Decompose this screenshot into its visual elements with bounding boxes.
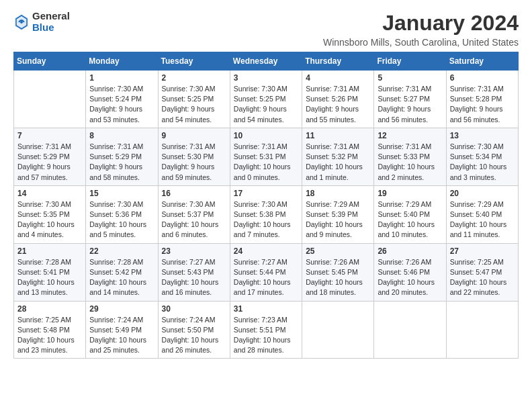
day-number: 21	[17, 246, 82, 256]
logo-blue-text: Blue	[32, 22, 70, 34]
day-info: Sunrise: 7:29 AMSunset: 5:40 PMDaylight:…	[378, 199, 442, 240]
day-info: Sunrise: 7:31 AMSunset: 5:32 PMDaylight:…	[306, 142, 370, 183]
day-number: 16	[162, 189, 226, 198]
logo-general-text: General	[32, 11, 70, 22]
calendar-cell: 6Sunrise: 7:31 AMSunset: 5:28 PMDaylight…	[446, 71, 518, 128]
day-number: 12	[378, 131, 442, 140]
calendar-cell: 7Sunrise: 7:31 AMSunset: 5:29 PMDaylight…	[14, 128, 86, 185]
calendar-cell: 21Sunrise: 7:28 AMSunset: 5:41 PMDayligh…	[14, 243, 86, 301]
day-info: Sunrise: 7:26 AMSunset: 5:45 PMDaylight:…	[306, 257, 370, 298]
header-day-thursday: Thursday	[302, 52, 374, 71]
calendar-cell: 15Sunrise: 7:30 AMSunset: 5:36 PMDayligh…	[86, 185, 158, 243]
day-number: 6	[450, 73, 515, 83]
day-info: Sunrise: 7:26 AMSunset: 5:46 PMDaylight:…	[378, 257, 442, 298]
day-number: 4	[306, 73, 370, 83]
day-info: Sunrise: 7:30 AMSunset: 5:24 PMDaylight:…	[89, 84, 154, 125]
day-number: 9	[162, 131, 226, 140]
day-info: Sunrise: 7:31 AMSunset: 5:30 PMDaylight:…	[162, 142, 226, 183]
calendar-cell: 31Sunrise: 7:23 AMSunset: 5:51 PMDayligh…	[230, 301, 302, 359]
week-row-4: 21Sunrise: 7:28 AMSunset: 5:41 PMDayligh…	[14, 243, 519, 301]
calendar-cell: 1Sunrise: 7:30 AMSunset: 5:24 PMDaylight…	[86, 71, 158, 128]
calendar-cell: 3Sunrise: 7:30 AMSunset: 5:25 PMDaylight…	[230, 71, 302, 128]
logo-text: General Blue	[32, 11, 70, 33]
day-number: 11	[306, 131, 370, 140]
day-info: Sunrise: 7:30 AMSunset: 5:35 PMDaylight:…	[17, 199, 82, 240]
day-info: Sunrise: 7:28 AMSunset: 5:41 PMDaylight:…	[17, 257, 82, 298]
logo-icon	[13, 13, 30, 32]
day-info: Sunrise: 7:30 AMSunset: 5:34 PMDaylight:…	[450, 142, 515, 183]
day-number: 26	[378, 246, 442, 256]
day-info: Sunrise: 7:31 AMSunset: 5:33 PMDaylight:…	[378, 142, 442, 183]
day-info: Sunrise: 7:25 AMSunset: 5:48 PMDaylight:…	[17, 315, 82, 356]
calendar-cell: 30Sunrise: 7:24 AMSunset: 5:50 PMDayligh…	[158, 301, 230, 359]
calendar-cell: 4Sunrise: 7:31 AMSunset: 5:26 PMDaylight…	[302, 71, 374, 128]
day-number: 2	[162, 73, 226, 83]
day-number: 19	[378, 189, 442, 198]
day-info: Sunrise: 7:29 AMSunset: 5:39 PMDaylight:…	[306, 199, 370, 240]
calendar-cell: 2Sunrise: 7:30 AMSunset: 5:25 PMDaylight…	[158, 71, 230, 128]
day-number: 25	[306, 246, 370, 256]
calendar-cell: 27Sunrise: 7:25 AMSunset: 5:47 PMDayligh…	[446, 243, 518, 301]
day-info: Sunrise: 7:25 AMSunset: 5:47 PMDaylight:…	[450, 257, 515, 298]
day-info: Sunrise: 7:30 AMSunset: 5:25 PMDaylight:…	[162, 84, 226, 125]
day-number: 3	[234, 73, 298, 83]
logo: General Blue	[13, 11, 70, 33]
day-info: Sunrise: 7:31 AMSunset: 5:27 PMDaylight:…	[378, 84, 442, 125]
calendar-cell: 5Sunrise: 7:31 AMSunset: 5:27 PMDaylight…	[374, 71, 446, 128]
day-info: Sunrise: 7:31 AMSunset: 5:29 PMDaylight:…	[17, 142, 82, 183]
week-row-2: 7Sunrise: 7:31 AMSunset: 5:29 PMDaylight…	[14, 128, 519, 185]
header-day-sunday: Sunday	[14, 52, 86, 71]
day-info: Sunrise: 7:31 AMSunset: 5:26 PMDaylight:…	[306, 84, 370, 125]
day-number: 15	[89, 189, 154, 198]
day-number: 13	[450, 131, 515, 140]
calendar-cell: 19Sunrise: 7:29 AMSunset: 5:40 PMDayligh…	[374, 185, 446, 243]
calendar-cell: 26Sunrise: 7:26 AMSunset: 5:46 PMDayligh…	[374, 243, 446, 301]
day-info: Sunrise: 7:30 AMSunset: 5:37 PMDaylight:…	[162, 199, 226, 240]
day-number: 5	[378, 73, 442, 83]
calendar-cell	[374, 301, 446, 359]
location: Winnsboro Mills, South Carolina, United …	[323, 37, 519, 48]
week-row-3: 14Sunrise: 7:30 AMSunset: 5:35 PMDayligh…	[14, 185, 519, 243]
day-info: Sunrise: 7:27 AMSunset: 5:44 PMDaylight:…	[234, 257, 298, 298]
calendar-cell: 11Sunrise: 7:31 AMSunset: 5:32 PMDayligh…	[302, 128, 374, 185]
day-info: Sunrise: 7:31 AMSunset: 5:28 PMDaylight:…	[450, 84, 515, 125]
header-day-saturday: Saturday	[446, 52, 518, 71]
week-row-5: 28Sunrise: 7:25 AMSunset: 5:48 PMDayligh…	[14, 301, 519, 359]
calendar-cell: 17Sunrise: 7:30 AMSunset: 5:38 PMDayligh…	[230, 185, 302, 243]
day-number: 1	[89, 73, 154, 83]
header-row: SundayMondayTuesdayWednesdayThursdayFrid…	[14, 52, 519, 71]
header-day-friday: Friday	[374, 52, 446, 71]
calendar-cell: 18Sunrise: 7:29 AMSunset: 5:39 PMDayligh…	[302, 185, 374, 243]
day-number: 30	[162, 304, 226, 314]
calendar-cell: 14Sunrise: 7:30 AMSunset: 5:35 PMDayligh…	[14, 185, 86, 243]
calendar-cell	[446, 301, 518, 359]
week-row-1: 1Sunrise: 7:30 AMSunset: 5:24 PMDaylight…	[14, 71, 519, 128]
calendar: SundayMondayTuesdayWednesdayThursdayFrid…	[13, 52, 519, 359]
calendar-cell: 20Sunrise: 7:29 AMSunset: 5:40 PMDayligh…	[446, 185, 518, 243]
day-info: Sunrise: 7:23 AMSunset: 5:51 PMDaylight:…	[234, 315, 298, 356]
day-number: 7	[17, 131, 82, 140]
day-info: Sunrise: 7:29 AMSunset: 5:40 PMDaylight:…	[450, 199, 515, 240]
day-number: 17	[234, 189, 298, 198]
calendar-cell: 12Sunrise: 7:31 AMSunset: 5:33 PMDayligh…	[374, 128, 446, 185]
day-number: 31	[234, 304, 298, 314]
day-info: Sunrise: 7:30 AMSunset: 5:25 PMDaylight:…	[234, 84, 298, 125]
calendar-header: SundayMondayTuesdayWednesdayThursdayFrid…	[14, 52, 519, 71]
day-info: Sunrise: 7:28 AMSunset: 5:42 PMDaylight:…	[89, 257, 154, 298]
header: General Blue January 2024 Winnsboro Mill…	[13, 11, 519, 48]
header-day-tuesday: Tuesday	[158, 52, 230, 71]
day-number: 23	[162, 246, 226, 256]
title-area: January 2024 Winnsboro Mills, South Caro…	[323, 11, 519, 48]
day-number: 22	[89, 246, 154, 256]
calendar-cell: 16Sunrise: 7:30 AMSunset: 5:37 PMDayligh…	[158, 185, 230, 243]
day-info: Sunrise: 7:31 AMSunset: 5:29 PMDaylight:…	[89, 142, 154, 183]
day-info: Sunrise: 7:31 AMSunset: 5:31 PMDaylight:…	[234, 142, 298, 183]
day-info: Sunrise: 7:24 AMSunset: 5:49 PMDaylight:…	[89, 315, 154, 356]
day-number: 14	[17, 189, 82, 198]
day-info: Sunrise: 7:30 AMSunset: 5:38 PMDaylight:…	[234, 199, 298, 240]
day-number: 24	[234, 246, 298, 256]
calendar-cell	[302, 301, 374, 359]
day-number: 27	[450, 246, 515, 256]
day-number: 18	[306, 189, 370, 198]
calendar-cell: 10Sunrise: 7:31 AMSunset: 5:31 PMDayligh…	[230, 128, 302, 185]
